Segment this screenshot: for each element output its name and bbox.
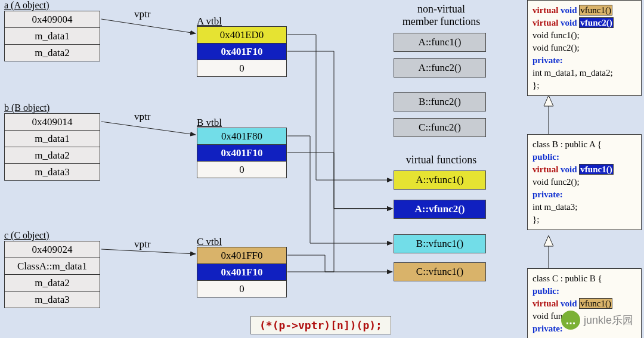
vtbl-c-c2: 0 [197,281,287,297]
vptr-a-label: vptr [134,8,150,20]
obj-c-cell1: ClassA::m_data1 [5,258,100,275]
vf-0: A::vfunc1() [394,170,486,190]
obj-c-cell3: m_data3 [5,292,100,308]
nonvirtual-heading: non-virtual member functions [388,3,495,28]
vptr-b-label: vptr [134,111,150,123]
vtbl-a-c2: 0 [197,60,287,77]
nv-0: A::func1() [394,33,486,52]
watermark: ... junkle乐园 [561,311,633,330]
obj-a-table: 0x409004 m_data1 m_data2 [4,11,100,61]
vtbl-a-c0: 0x401ED0 [197,27,287,44]
vtbl-c-c0: 0x401FF0 [197,247,287,264]
vtbl-b-c1: 0x401F10 [197,145,287,162]
nv-1: A::func2() [394,58,486,77]
vf-3: C::vfunc1() [394,262,486,281]
obj-b-cell0: 0x409014 [5,114,100,131]
obj-b-cell1: m_data1 [5,131,100,147]
vtbl-b-label: B vtbl [197,117,222,129]
virtual-heading: virtual functions [388,154,495,166]
vtbl-c-c1: 0x401F10 [197,264,287,281]
obj-a-cell2: m_data2 [5,45,100,61]
obj-a-cell1: m_data1 [5,28,100,45]
obj-c-table: 0x409024 ClassA::m_data1 m_data2 m_data3 [4,241,100,308]
vf-2: B::vfunc1() [394,234,486,253]
vtbl-b-c2: 0 [197,162,287,178]
wechat-icon: ... [561,311,580,330]
vtbl-b: 0x401F80 0x401F10 0 [197,128,287,178]
obj-b-cell2: m_data2 [5,147,100,164]
vtbl-b-c0: 0x401F80 [197,128,287,145]
vtbl-a-c1: 0x401F10 [197,44,287,60]
obj-b-label: b (B object) [4,103,49,113]
classB-box: class B : public A {public:virtual void … [527,134,642,230]
svg-marker-1 [544,235,553,246]
obj-c-label: c (C object) [4,230,49,241]
vptr-c-label: vptr [134,238,150,250]
obj-a-label: a (A object) [4,0,49,11]
ptr-expr: (*(p->vptr)[n])(p); [250,316,391,334]
svg-marker-0 [544,95,553,106]
obj-c-cell0: 0x409024 [5,241,100,258]
vtbl-c-label: C vtbl [197,236,222,248]
vtbl-a-label: A vtbl [197,15,222,27]
vtbl-c: 0x401FF0 0x401F10 0 [197,247,287,297]
vtbl-a: 0x401ED0 0x401F10 0 [197,26,287,77]
vf-1: A::vfunc2() [394,200,486,219]
nv-3: C::func2() [394,118,486,137]
obj-b-cell3: m_data3 [5,164,100,181]
obj-a-cell0: 0x409004 [5,11,100,28]
obj-c-cell2: m_data2 [5,275,100,292]
watermark-text: junkle乐园 [584,313,633,327]
nv-2: B::func2() [394,92,486,111]
classA-box: virtual void vfunc1()virtual void vfunc2… [527,0,642,96]
obj-b-table: 0x409014 m_data1 m_data2 m_data3 [4,113,100,181]
